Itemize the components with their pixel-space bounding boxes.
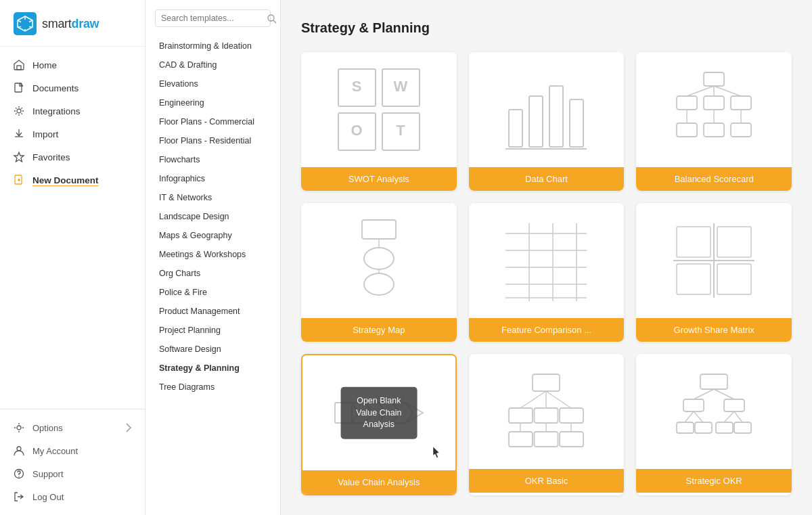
options-icon [14,422,24,433]
svg-point-17 [18,476,19,477]
nav-options[interactable]: Options [0,416,145,439]
nav-support[interactable]: Support [0,462,145,485]
nav-documents[interactable]: Documents [0,76,145,99]
category-item-it-networks[interactable]: IT & Networks [145,188,280,207]
template-card-strategic-okr[interactable]: Strategic OKR [636,354,792,495]
svg-rect-9 [17,66,21,70]
svg-line-93 [685,411,694,422]
svg-rect-62 [717,227,751,257]
category-item-strategy[interactable]: Strategy & Planning [145,359,280,378]
nav-home[interactable]: Home [0,53,145,76]
category-item-maps[interactable]: Maps & Geography [145,226,280,245]
svg-point-48 [364,273,394,295]
import-icon [14,129,24,139]
svg-rect-34 [677,96,697,110]
template-card-okr-basic[interactable]: OKR Basic [469,354,625,495]
svg-marker-67 [365,403,386,423]
svg-line-91 [694,389,714,399]
category-item-meetings[interactable]: Meetings & Workshops [145,245,280,264]
svg-rect-64 [717,264,751,294]
category-item-brainstorming[interactable]: Brainstorming & Ideation [145,37,280,55]
svg-rect-65 [335,403,352,423]
svg-rect-36 [731,96,751,110]
template-card-balanced-scorecard[interactable]: Balanced Scorecard [636,52,792,191]
svg-line-78 [520,391,546,408]
template-label-swot: SWOT Analysis [301,167,457,191]
svg-text:W: W [393,78,407,95]
svg-rect-38 [704,123,724,137]
category-item-infographics[interactable]: Infographics [145,169,280,188]
template-card-growth-share[interactable]: Growth Share Matrix [636,203,792,342]
nav-import[interactable]: Import [0,122,145,145]
template-card-swot[interactable]: S W O T SWOT Analysis [301,52,457,191]
search-button[interactable] [267,14,276,23]
category-item-floor-commercial[interactable]: Floor Plans - Commercial [145,112,280,131]
svg-rect-76 [535,432,558,447]
template-label-feature-comparison: Feature Comparison ... [469,318,625,342]
svg-line-95 [724,411,734,422]
svg-rect-33 [704,72,724,86]
svg-line-96 [734,411,742,422]
category-item-flowcharts[interactable]: Flowcharts [145,150,280,169]
category-panel: Brainstorming & IdeationCAD & DraftingEl… [145,0,281,515]
svg-line-80 [546,391,571,408]
svg-rect-73 [535,408,558,423]
svg-line-5 [29,27,32,28]
integrations-icon [14,106,24,116]
svg-point-47 [364,248,394,269]
search-input[interactable] [161,14,267,23]
nav-new-document[interactable]: New Document [0,169,145,192]
nav-documents-label: Documents [32,83,78,93]
document-icon [14,83,24,93]
category-item-tree-diagrams[interactable]: Tree Diagrams [145,378,280,397]
category-item-cad[interactable]: CAD & Drafting [145,55,280,74]
home-icon [14,60,24,70]
svg-rect-61 [677,227,710,257]
nav-support-label: Support [32,469,64,479]
template-preview-balanced-scorecard [636,52,792,167]
svg-text:T: T [396,122,405,139]
svg-point-15 [17,447,21,451]
category-item-landscape[interactable]: Landscape Design [145,207,280,226]
template-card-feature-comparison[interactable]: Feature Comparison ... [469,203,625,342]
sidebar-bottom: Options My Account Support Log Out [0,409,145,515]
svg-rect-75 [509,432,533,447]
search-container [155,9,271,27]
cursor-icon [432,446,441,458]
template-label-balanced-scorecard: Balanced Scorecard [636,167,792,191]
nav-favorites[interactable]: Favorites [0,145,145,169]
category-item-org-charts[interactable]: Org Charts [145,264,280,283]
nav-log-out[interactable]: Log Out [0,485,145,508]
svg-line-40 [687,86,714,96]
template-label-growth-share: Growth Share Matrix [636,318,792,342]
category-item-engineering[interactable]: Engineering [145,93,280,112]
nav-import-label: Import [32,129,58,139]
category-item-software-design[interactable]: Software Design [145,340,280,359]
template-card-strategy-map[interactable]: Strategy Map [301,203,457,342]
category-item-product-mgmt[interactable]: Product Management [145,302,280,321]
smartdraw-logo-icon [14,12,37,35]
template-card-value-chain[interactable]: Open Blank Value Chain AnalysisValue Cha… [301,354,457,495]
svg-rect-86 [724,399,744,411]
svg-line-42 [714,86,741,96]
category-item-elevations[interactable]: Elevations [145,74,280,93]
svg-point-14 [17,426,21,430]
nav-log-out-label: Log Out [32,492,64,502]
category-item-project-planning[interactable]: Project Planning [145,321,280,340]
svg-text:S: S [351,78,361,95]
nav-my-account[interactable]: My Account [0,439,145,462]
svg-rect-72 [509,408,533,423]
template-preview-growth-share [636,203,792,318]
logout-icon [14,491,24,502]
svg-marker-68 [379,403,399,423]
main-content: Strategy & Planning S W O T SWOT Analysi… [281,0,812,515]
svg-rect-90 [734,422,751,433]
svg-marker-66 [352,403,372,423]
template-preview-feature-comparison [469,203,625,318]
new-document-icon [14,175,24,185]
category-list: Brainstorming & IdeationCAD & DraftingEl… [145,37,280,397]
category-item-police-fire[interactable]: Police & Fire [145,283,280,302]
category-item-floor-residential[interactable]: Floor Plans - Residential [145,131,280,150]
nav-integrations[interactable]: Integrations [0,99,145,122]
template-card-data-chart[interactable]: Data Chart [469,52,625,191]
